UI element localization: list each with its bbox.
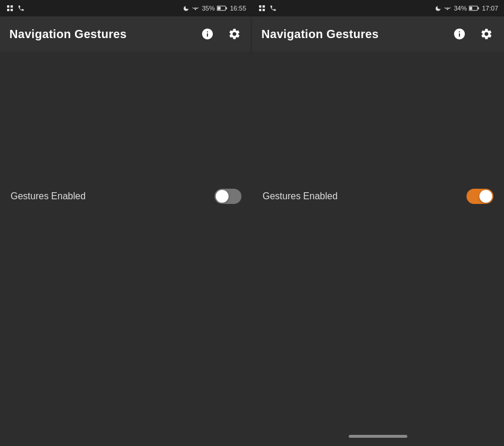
svg-rect-9 [259, 9, 261, 11]
left-status-time: 16:55 [230, 5, 246, 12]
gallery-icon [258, 5, 266, 12]
svg-rect-6 [218, 6, 221, 9]
right-status-bar: 34% 17:07 [252, 0, 504, 16]
right-settings-button[interactable] [478, 26, 495, 42]
left-settings-button[interactable] [226, 26, 243, 42]
right-gestures-toggle[interactable] [466, 189, 493, 204]
right-phone-panel: 34% 17:07 Navigation Gestures [252, 0, 504, 446]
svg-rect-7 [259, 5, 261, 8]
bottom-nav-indicator [349, 435, 407, 438]
right-status-left-icons [258, 5, 277, 12]
wifi-icon [444, 5, 451, 12]
left-gestures-toggle[interactable] [214, 189, 241, 204]
left-phone-panel: 35% 16:55 Navigation Gestures [0, 0, 252, 446]
svg-rect-0 [7, 5, 9, 8]
svg-rect-2 [7, 9, 9, 11]
left-content-area: Gestures Enabled [0, 52, 252, 446]
left-setting-row: Gestures Enabled [0, 181, 252, 212]
moon-icon [183, 5, 189, 12]
left-status-left-icons [6, 5, 25, 12]
phone-icon [270, 5, 277, 12]
left-app-bar-icons [199, 26, 243, 42]
wifi-icon [192, 5, 199, 12]
info-icon [453, 28, 466, 40]
left-info-button[interactable] [199, 26, 216, 42]
left-toggle-knob [216, 190, 229, 203]
battery-icon [217, 5, 227, 11]
phone-icon [18, 5, 25, 12]
right-battery-text: 34% [454, 5, 466, 12]
right-gestures-enabled-label: Gestures Enabled [263, 191, 338, 202]
moon-icon [435, 5, 441, 12]
gallery-icon [6, 5, 14, 12]
svg-rect-12 [478, 7, 479, 9]
left-app-bar: Navigation Gestures [0, 16, 252, 52]
svg-rect-10 [263, 9, 265, 11]
right-app-bar-icons [451, 26, 495, 42]
left-app-title: Navigation Gestures [9, 28, 199, 41]
gear-icon [228, 28, 241, 40]
left-status-bar: 35% 16:55 [0, 0, 252, 16]
right-info-button[interactable] [451, 26, 468, 42]
svg-rect-1 [11, 5, 13, 8]
svg-rect-5 [226, 7, 227, 9]
right-status-time: 17:07 [482, 5, 498, 12]
right-toggle-knob [479, 190, 492, 203]
right-setting-row: Gestures Enabled [252, 181, 504, 212]
right-status-right: 34% 17:07 [435, 5, 498, 12]
right-content-area: Gestures Enabled [252, 52, 504, 446]
battery-icon [469, 5, 479, 11]
left-status-right: 35% 16:55 [183, 5, 246, 12]
info-icon [201, 28, 214, 40]
gear-icon [480, 28, 493, 40]
svg-rect-13 [470, 6, 473, 9]
right-app-title: Navigation Gestures [261, 28, 451, 41]
svg-rect-8 [263, 5, 265, 8]
left-gestures-enabled-label: Gestures Enabled [11, 191, 86, 202]
left-battery-text: 35% [202, 5, 214, 12]
right-app-bar: Navigation Gestures [252, 16, 504, 52]
svg-rect-3 [11, 9, 13, 11]
